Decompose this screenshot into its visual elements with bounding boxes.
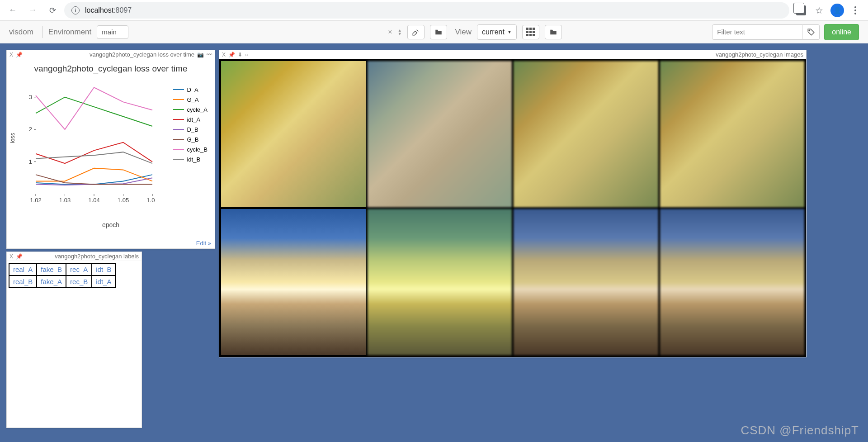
chart-legend[interactable]: D_AG_Acycle_Aidt_AD_BG_Bcycle_Bidt_B (173, 85, 208, 164)
legend-item[interactable]: cycle_B (173, 144, 208, 154)
labels-pane[interactable]: X 📌 vangogh2photo_cyclegan labels real_A… (6, 252, 142, 428)
browser-chrome: ← → ⟳ i localhost:8097 ☆ 👤 (0, 0, 868, 21)
legend-item[interactable]: G_A (173, 95, 208, 105)
download-icon[interactable]: ⬇ (238, 52, 242, 58)
svg-text:1.06: 1.06 (146, 197, 155, 204)
close-pane-icon[interactable]: X (9, 253, 13, 260)
loss-chart-pane[interactable]: X 📌 vangogh2photo_cyclegan loss over tim… (6, 50, 215, 249)
trace-toggle-icon[interactable]: 〰 (207, 52, 212, 58)
status-button[interactable]: online (824, 24, 859, 40)
pane-title: vangogh2photo_cyclegan loss over time (90, 51, 194, 58)
legend-item[interactable]: idt_A (173, 114, 208, 124)
filter-input[interactable] (712, 24, 802, 40)
close-pane-icon[interactable]: X (222, 52, 226, 58)
reload-button[interactable]: ⟳ (44, 2, 61, 19)
label-cell: rec_A (66, 263, 92, 276)
pane-title: vangogh2photo_cyclegan labels (55, 253, 139, 260)
image-rec-A[interactable] (514, 61, 658, 207)
y-axis-label: loss (9, 133, 16, 143)
images-pane[interactable]: X 📌 ⬇ ○ vangogh2photo_cyclegan images (219, 50, 807, 357)
svg-text:3: 3 (29, 94, 32, 100)
svg-text:1.04: 1.04 (88, 197, 99, 204)
label-cell: fake_B (37, 263, 66, 276)
view-select[interactable]: current▼ (477, 24, 517, 40)
label-cell: rec_B (66, 276, 92, 288)
attach-pane-icon[interactable]: 📌 (16, 52, 23, 58)
grid-layout-button[interactable] (522, 25, 539, 39)
reset-icon[interactable]: ○ (245, 52, 248, 58)
watermark: CSDN @FriendshipT (741, 423, 859, 437)
svg-text:2: 2 (29, 126, 32, 133)
forward-button[interactable]: → (24, 2, 41, 19)
svg-text:1.02: 1.02 (30, 197, 41, 204)
pane-header[interactable]: X 📌 vangogh2photo_cyclegan loss over tim… (7, 50, 215, 59)
svg-text:1: 1 (29, 158, 32, 165)
eraser-button[interactable] (407, 25, 425, 39)
visdom-navbar: visdom Environment main × ▲▼ View curren… (0, 21, 868, 43)
nav-separator (42, 26, 43, 38)
image-real-B[interactable] (221, 209, 366, 355)
legend-item[interactable]: cycle_A (173, 105, 208, 114)
legend-item[interactable]: idt_B (173, 154, 208, 164)
legend-item[interactable]: G_B (173, 134, 208, 144)
address-bar[interactable]: i localhost:8097 (64, 2, 789, 19)
legend-item[interactable]: D_B (173, 124, 208, 134)
pane-header[interactable]: X 📌 vangogh2photo_cyclegan labels (7, 252, 142, 261)
chart-title: vangogh2photo_cyclegan loss over time (7, 59, 215, 76)
pane-header[interactable]: X 📌 ⬇ ○ vangogh2photo_cyclegan images (219, 50, 806, 59)
view-label: View (455, 28, 472, 37)
svg-text:1.03: 1.03 (59, 197, 71, 204)
translate-icon[interactable] (793, 2, 809, 19)
attach-pane-icon[interactable]: 📌 (16, 253, 23, 260)
back-button[interactable]: ← (5, 2, 21, 19)
image-idt-B[interactable] (660, 61, 805, 207)
image-fake-B[interactable] (368, 61, 512, 207)
image-idt-A[interactable] (660, 209, 805, 355)
labels-table: real_Afake_Brec_Aidt_Breal_Bfake_Arec_Bi… (9, 263, 116, 288)
environment-select[interactable]: main (97, 25, 128, 39)
workspace: X 📌 vangogh2photo_cyclegan loss over tim… (0, 43, 868, 442)
image-real-A[interactable] (221, 61, 366, 207)
svg-text:1.05: 1.05 (118, 197, 129, 204)
brand-label: visdom (9, 28, 33, 37)
url-text: localhost:8097 (85, 6, 132, 14)
chart-plot[interactable]: 1231.021.031.041.051.06 (19, 76, 155, 208)
save-env-button[interactable] (430, 25, 447, 39)
environment-label: Environment (48, 28, 91, 37)
label-cell: real_A (9, 263, 37, 276)
image-rec-B[interactable] (514, 209, 658, 355)
filter-tag-button[interactable] (802, 24, 820, 40)
label-cell: idt_B (92, 263, 115, 276)
camera-icon[interactable]: 📷 (197, 52, 204, 58)
pane-title: vangogh2photo_cyclegan images (716, 51, 803, 58)
browser-menu-button[interactable] (847, 2, 863, 19)
save-view-button[interactable] (545, 25, 562, 39)
image-grid (219, 59, 806, 357)
site-info-icon[interactable]: i (71, 6, 80, 14)
label-cell: real_B (9, 276, 37, 288)
svg-point-0 (809, 30, 810, 31)
x-axis-label: epoch (7, 221, 215, 228)
label-cell: idt_A (92, 276, 115, 288)
profile-avatar[interactable]: 👤 (829, 2, 845, 19)
edit-chart-link[interactable]: Edit » (196, 240, 211, 247)
image-fake-A[interactable] (368, 209, 512, 355)
attach-pane-icon[interactable]: 📌 (228, 52, 235, 58)
env-stepper[interactable]: ▲▼ (398, 29, 402, 36)
close-pane-icon[interactable]: X (9, 52, 13, 58)
label-cell: fake_A (37, 276, 66, 288)
legend-item[interactable]: D_A (173, 85, 208, 95)
clear-env-button[interactable]: × (388, 28, 392, 36)
bookmark-star-icon[interactable]: ☆ (811, 2, 827, 19)
